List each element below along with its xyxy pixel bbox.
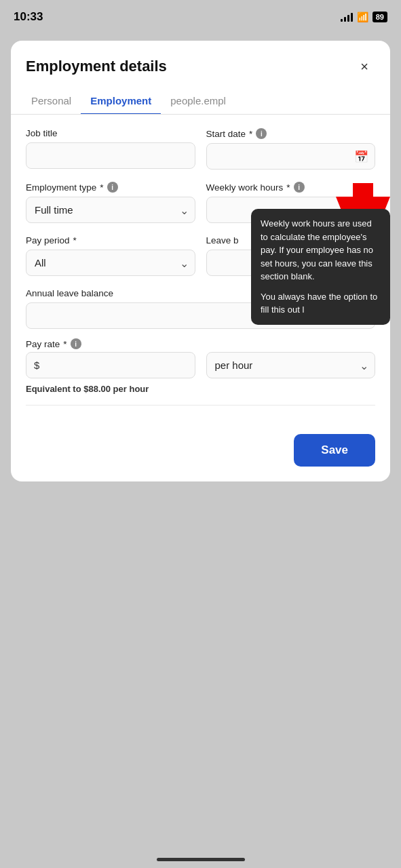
col-pay-period: Pay period * All Weekly Fortnightly Mont… xyxy=(26,235,195,276)
pay-rate-label: Pay rate * i xyxy=(26,338,375,349)
signal-icon xyxy=(341,12,353,22)
close-button[interactable]: × xyxy=(354,56,375,77)
job-title-input[interactable] xyxy=(26,142,195,169)
status-bar: 10:33 📶 89 xyxy=(0,0,401,34)
calendar-icon[interactable]: 📅 xyxy=(354,149,368,163)
tooltip-line2: You always have the option to fill this … xyxy=(261,290,381,317)
weekly-hours-info-icon[interactable]: i xyxy=(294,182,305,193)
row-job-start: Job title Start date * i 26/06/2024 📅 xyxy=(26,128,375,170)
wifi-icon: 📶 xyxy=(357,12,368,22)
equivalent-text: Equivalent to $88.00 per hour xyxy=(26,384,375,394)
pay-period-label: Pay period * xyxy=(26,235,195,245)
start-date-info-icon[interactable]: i xyxy=(256,128,267,139)
col-pay-rate-amount: $ 88 xyxy=(26,352,195,378)
tab-people[interactable]: people.empl xyxy=(161,88,235,115)
row-pay-rate-label: Pay rate * i xyxy=(26,338,375,353)
employment-type-label: Employment type * i xyxy=(26,182,195,193)
pay-rate-period-select[interactable]: per hour per day per week per annum xyxy=(206,352,376,378)
pay-period-select-wrapper: All Weekly Fortnightly Monthly ⌄ xyxy=(26,250,195,276)
employment-type-info-icon[interactable]: i xyxy=(107,182,118,193)
pay-period-select[interactable]: All Weekly Fortnightly Monthly xyxy=(26,250,195,276)
col-employment-type: Employment type * i Full time Part time … xyxy=(26,182,195,223)
home-indicator xyxy=(157,858,245,861)
employment-type-select-wrapper: Full time Part time Casual ⌄ xyxy=(26,197,195,223)
form-divider xyxy=(26,405,375,406)
job-title-label: Job title xyxy=(26,128,195,138)
row-pay-rate-inputs: $ 88 per hour per day per week per annum… xyxy=(26,352,375,378)
status-icons: 📶 89 xyxy=(341,12,387,22)
modal-header: Employment details × xyxy=(11,41,390,88)
col-pay-rate-label-area: Pay rate * i xyxy=(26,338,375,353)
pay-rate-amount-wrapper: $ 88 xyxy=(26,352,195,378)
col-job-title: Job title xyxy=(26,128,195,169)
pay-rate-info-icon[interactable]: i xyxy=(71,338,81,349)
modal-footer: Save xyxy=(11,429,390,481)
col-pay-rate-period: per hour per day per week per annum ⌄ xyxy=(206,352,376,378)
status-time: 10:33 xyxy=(14,10,43,24)
start-date-label: Start date * i xyxy=(206,128,376,139)
tab-bar: Personal Employment people.empl xyxy=(11,88,390,115)
tooltip-line1: Weekly work hours are used to calculate … xyxy=(261,217,381,283)
modal-background: Employment details × Personal Employment… xyxy=(0,34,401,868)
col-start-date: Start date * i 26/06/2024 📅 xyxy=(206,128,376,170)
save-button[interactable]: Save xyxy=(294,434,375,467)
pay-rate-amount-input[interactable]: 88 xyxy=(26,352,195,378)
start-date-input-wrapper: 26/06/2024 📅 xyxy=(206,143,376,170)
pay-rate-period-select-wrapper: per hour per day per week per annum ⌄ xyxy=(206,352,376,378)
employment-type-select[interactable]: Full time Part time Casual xyxy=(26,197,195,223)
modal-title: Employment details xyxy=(26,58,167,75)
tab-employment[interactable]: Employment xyxy=(81,88,161,115)
weekly-hours-tooltip: Weekly work hours are used to calculate … xyxy=(251,209,390,325)
battery-indicator: 89 xyxy=(373,12,387,22)
tab-personal[interactable]: Personal xyxy=(22,88,81,115)
start-date-input[interactable]: 26/06/2024 xyxy=(206,143,376,170)
